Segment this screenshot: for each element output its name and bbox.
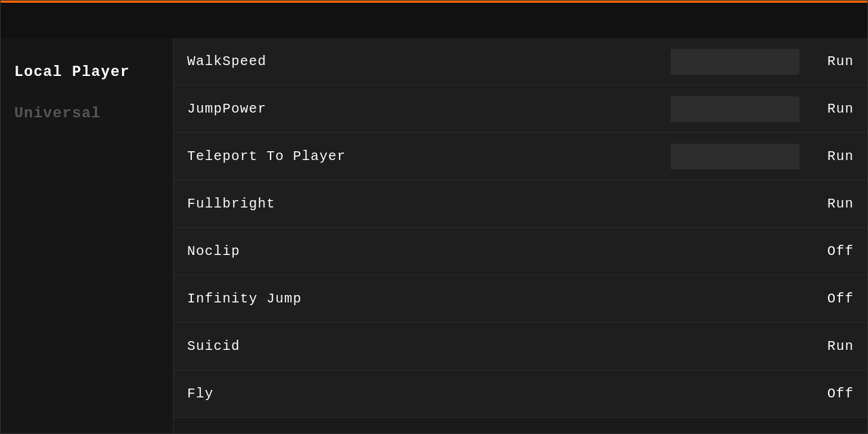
feature-row-fly: FlyOff (174, 370, 867, 418)
sidebar-item-universal[interactable]: Universal (1, 93, 173, 134)
feature-status-infinity-jump[interactable]: Off (813, 291, 854, 307)
feature-name-teleport-to-player: Teleport To Player (187, 149, 671, 164)
feature-status-noclip[interactable]: Off (813, 243, 854, 259)
feature-status-fly[interactable]: Off (813, 386, 854, 401)
feature-list: WalkSpeedRunJumpPowerRunTeleport To Play… (174, 38, 867, 433)
main-window: Local PlayerUniversal WalkSpeedRunJumpPo… (0, 0, 868, 434)
feature-row-walkspeed: WalkSpeedRun (174, 38, 867, 85)
feature-row-fullbright: FullbrightRun (174, 180, 867, 228)
feature-row-suicid: SuicidRun (174, 323, 867, 370)
feature-name-fly: Fly (187, 386, 813, 401)
feature-name-infinity-jump: Infinity Jump (187, 291, 813, 307)
titlebar (1, 1, 867, 38)
feature-input-walkspeed[interactable] (671, 49, 800, 75)
feature-row-teleport-to-player: Teleport To PlayerRun (174, 133, 867, 180)
feature-status-jumppower[interactable]: Run (813, 101, 854, 117)
sidebar-item-local-player[interactable]: Local Player (1, 52, 173, 93)
feature-status-suicid[interactable]: Run (813, 338, 854, 354)
feature-name-suicid: Suicid (187, 338, 813, 354)
feature-row-noclip: NoclipOff (174, 228, 867, 275)
feature-row-jumppower: JumpPowerRun (174, 85, 867, 133)
sidebar: Local PlayerUniversal (1, 38, 174, 433)
feature-status-fullbright[interactable]: Run (813, 196, 854, 212)
feature-status-walkspeed[interactable]: Run (813, 54, 854, 69)
feature-name-fullbright: Fullbright (187, 196, 813, 212)
feature-name-walkspeed: WalkSpeed (187, 54, 671, 69)
feature-name-jumppower: JumpPower (187, 101, 671, 117)
feature-status-teleport-to-player[interactable]: Run (813, 149, 854, 164)
feature-input-teleport-to-player[interactable] (671, 144, 800, 170)
feature-row-infinity-jump: Infinity JumpOff (174, 275, 867, 323)
feature-input-jumppower[interactable] (671, 96, 800, 122)
content-area: Local PlayerUniversal WalkSpeedRunJumpPo… (1, 38, 867, 433)
feature-name-noclip: Noclip (187, 243, 813, 259)
